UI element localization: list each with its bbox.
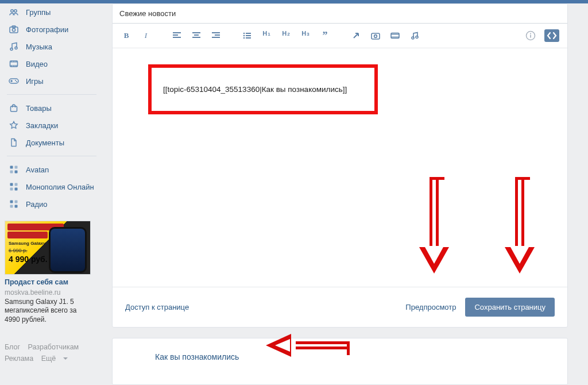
source-toggle-button[interactable] bbox=[544, 29, 559, 42]
svg-rect-15 bbox=[15, 171, 18, 174]
camera-icon bbox=[8, 24, 20, 35]
nav-section-1: Группы Фотографии Музыка Видео Игры bbox=[5, 3, 99, 90]
footer-more[interactable]: Ещё bbox=[41, 353, 74, 364]
nav-video[interactable]: Видео bbox=[5, 55, 99, 72]
footer-blog[interactable]: Блог bbox=[5, 343, 20, 351]
editor-footer: Доступ к странице Предпросмотр Сохранить… bbox=[113, 287, 567, 327]
link-button[interactable] bbox=[350, 30, 362, 41]
svg-point-0 bbox=[11, 10, 13, 12]
video-icon bbox=[8, 58, 20, 70]
svg-point-26 bbox=[243, 37, 245, 39]
svg-rect-34 bbox=[530, 35, 531, 38]
footer-ads[interactable]: Реклама bbox=[5, 355, 33, 363]
list-button[interactable] bbox=[241, 30, 253, 41]
app-icon bbox=[8, 198, 20, 210]
nav-separator bbox=[7, 94, 96, 95]
music-icon bbox=[8, 41, 20, 52]
nav-app-monopoly[interactable]: Монополия Онлайн bbox=[5, 178, 99, 195]
ad-price: 4 990 руб. bbox=[9, 255, 48, 264]
nav-section-apps: Avatan Монополия Онлайн Радио bbox=[5, 161, 99, 213]
svg-rect-27 bbox=[372, 33, 380, 39]
nav-label: Avatan bbox=[26, 165, 49, 174]
editor-body[interactable]: [[topic-65310404_35513360|Как вы познако… bbox=[113, 48, 567, 287]
nav-label: Видео bbox=[26, 60, 48, 68]
nav-app-radio[interactable]: Радио bbox=[5, 195, 99, 213]
nav-label: Музыка bbox=[26, 43, 52, 51]
chevron-down-icon bbox=[63, 357, 68, 362]
svg-point-10 bbox=[16, 81, 17, 82]
nav-separator bbox=[7, 156, 96, 156]
svg-rect-20 bbox=[10, 201, 13, 203]
nav-photos[interactable]: Фотографии bbox=[5, 21, 99, 38]
h1-button[interactable]: H1 bbox=[261, 30, 272, 41]
bold-button[interactable]: B bbox=[121, 30, 132, 41]
nav-bookmarks[interactable]: Закладки bbox=[5, 117, 99, 134]
italic-button[interactable]: I bbox=[140, 30, 152, 41]
nav-goods[interactable]: Товары bbox=[5, 99, 99, 117]
ad-old-price: 6 990 р. bbox=[9, 248, 28, 253]
audio-button[interactable] bbox=[409, 30, 420, 41]
gamepad-icon bbox=[8, 75, 20, 87]
page-title-input[interactable] bbox=[113, 4, 567, 24]
page-access-link[interactable]: Доступ к странице bbox=[125, 303, 189, 311]
ad-img-text: Samsung Galaxy J1 : 4G bbox=[9, 241, 62, 246]
svg-rect-11 bbox=[11, 106, 17, 111]
preview-link[interactable]: Предпросмотр bbox=[405, 303, 456, 311]
result-preview-card: Как вы познакомились bbox=[112, 338, 568, 385]
h2-button[interactable]: H2 bbox=[280, 30, 292, 41]
quote-button[interactable]: ” bbox=[319, 30, 331, 41]
nav-label: Игры bbox=[26, 77, 44, 86]
svg-point-1 bbox=[14, 10, 17, 12]
svg-rect-18 bbox=[10, 188, 13, 191]
info-button[interactable] bbox=[525, 30, 536, 41]
svg-rect-14 bbox=[10, 171, 13, 174]
annotation-highlight-box: [[topic-65310404_35513360|Как вы познако… bbox=[148, 64, 378, 114]
people-icon bbox=[8, 6, 20, 18]
ad-image: Samsung Galaxy J1 : 4G 6 990 р. 4 990 ру… bbox=[5, 221, 91, 275]
editor-card: B I H1 H2 H3 ” bbox=[112, 3, 568, 328]
nav-music[interactable]: Музыка bbox=[5, 38, 99, 55]
editor-toolbar: B I H1 H2 H3 ” bbox=[113, 24, 567, 48]
nav-label: Монополия Онлайн bbox=[26, 183, 94, 191]
svg-point-5 bbox=[10, 48, 13, 51]
align-right-button[interactable] bbox=[210, 30, 222, 41]
ad-title: Продаст себя сам bbox=[5, 278, 91, 287]
left-sidebar: Группы Фотографии Музыка Видео Игры bbox=[0, 3, 103, 385]
nav-label: Фотографии bbox=[26, 25, 68, 34]
sidebar-ad[interactable]: Samsung Galaxy J1 : 4G 6 990 р. 4 990 ру… bbox=[5, 221, 91, 324]
main-column: B I H1 H2 H3 ” bbox=[103, 3, 588, 385]
nav-app-avatan[interactable]: Avatan bbox=[5, 161, 99, 178]
align-left-button[interactable] bbox=[171, 30, 183, 41]
svg-rect-23 bbox=[15, 205, 18, 208]
nav-label: Товары bbox=[26, 104, 52, 113]
bag-icon bbox=[8, 102, 20, 114]
nav-documents[interactable]: Документы bbox=[5, 134, 99, 151]
photo-button[interactable] bbox=[370, 30, 381, 41]
document-icon bbox=[8, 137, 20, 148]
svg-rect-17 bbox=[15, 183, 18, 186]
nav-games[interactable]: Игры bbox=[5, 72, 99, 90]
svg-rect-19 bbox=[15, 188, 18, 191]
nav-label: Закладки bbox=[26, 121, 58, 130]
nav-label: Группы bbox=[26, 8, 51, 17]
editor-content-text: [[topic-65310404_35513360|Как вы познако… bbox=[163, 85, 347, 94]
nav-label: Документы bbox=[26, 138, 64, 147]
save-page-button[interactable]: Сохранить страницу bbox=[465, 298, 555, 317]
video-button[interactable] bbox=[389, 30, 401, 41]
svg-rect-12 bbox=[10, 166, 13, 169]
svg-point-3 bbox=[12, 28, 15, 31]
h3-button[interactable]: H3 bbox=[300, 30, 311, 41]
svg-point-30 bbox=[412, 37, 414, 39]
svg-rect-22 bbox=[10, 205, 13, 208]
svg-point-25 bbox=[243, 35, 245, 37]
svg-rect-21 bbox=[15, 201, 18, 203]
footer-devs[interactable]: Разработчикам bbox=[28, 343, 79, 351]
result-link[interactable]: Как вы познакомились bbox=[155, 352, 239, 361]
footer-links: Блог Разработчикам Реклама Ещё bbox=[5, 341, 99, 364]
svg-point-9 bbox=[15, 80, 16, 81]
svg-point-28 bbox=[374, 35, 377, 38]
nav-groups[interactable]: Группы bbox=[5, 3, 99, 21]
align-center-button[interactable] bbox=[191, 30, 202, 41]
svg-point-33 bbox=[530, 33, 531, 34]
svg-point-6 bbox=[15, 47, 17, 49]
